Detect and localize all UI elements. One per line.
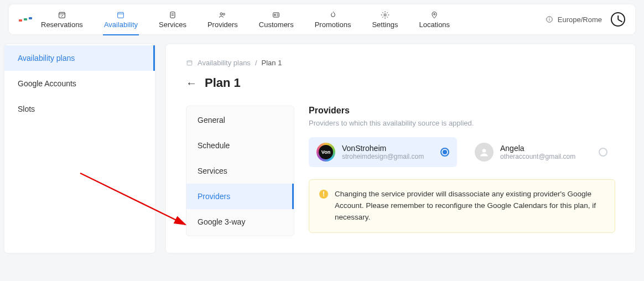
nav-providers[interactable]: Providers bbox=[206, 8, 239, 32]
back-button[interactable]: ← bbox=[186, 77, 197, 90]
providers-panel: Providers Providers to which this availa… bbox=[309, 106, 615, 236]
timezone-selector[interactable]: Europe/Rome bbox=[546, 12, 625, 27]
breadcrumb: Availability plans / Plan 1 bbox=[186, 59, 615, 67]
svg-point-20 bbox=[482, 149, 486, 153]
svg-rect-2 bbox=[118, 12, 124, 18]
provider-name: VonStroheim bbox=[342, 144, 434, 153]
svg-point-10 bbox=[274, 14, 276, 15]
nav-label: Providers bbox=[207, 20, 238, 29]
svg-point-7 bbox=[220, 13, 222, 15]
nav-label: Reservations bbox=[41, 20, 83, 29]
top-navbar: ReservationsAvailabilityServicesProvider… bbox=[9, 4, 635, 34]
logo bbox=[19, 18, 32, 20]
page-title: Plan 1 bbox=[205, 76, 241, 90]
nav-label: Settings bbox=[372, 20, 398, 29]
breadcrumb-current: Plan 1 bbox=[262, 59, 282, 67]
provider-option[interactable]: Angelaotheraccount@gmail.com bbox=[467, 137, 615, 167]
svg-point-13 bbox=[384, 14, 386, 16]
nav-locations[interactable]: Locations bbox=[418, 8, 451, 32]
nav-customers[interactable]: Customers bbox=[258, 8, 295, 32]
nav-settings[interactable]: Settings bbox=[371, 8, 399, 32]
svg-point-17 bbox=[549, 18, 549, 18]
svg-rect-0 bbox=[59, 12, 65, 18]
nav-label: Availability bbox=[104, 20, 138, 29]
nav-availability[interactable]: Availability bbox=[103, 8, 139, 32]
section-nav: GeneralScheduleServicesProvidersGoogle 3… bbox=[186, 106, 294, 236]
section-providers[interactable]: Providers bbox=[186, 184, 294, 209]
provider-email: stroheimdesign@gmail.com bbox=[342, 153, 434, 160]
flame-icon bbox=[329, 11, 337, 19]
panel-description: Providers to which this availability sou… bbox=[309, 119, 615, 127]
radio[interactable] bbox=[440, 148, 449, 157]
nav-label: Promotions bbox=[315, 20, 351, 29]
section-schedule[interactable]: Schedule bbox=[186, 133, 294, 158]
pin-icon bbox=[430, 11, 439, 19]
breadcrumb-root[interactable]: Availability plans bbox=[198, 59, 251, 67]
users-icon bbox=[218, 11, 227, 19]
id-icon bbox=[272, 11, 281, 19]
nav-label: Customers bbox=[259, 20, 294, 29]
nav-reservations[interactable]: Reservations bbox=[40, 8, 84, 32]
avatar bbox=[316, 143, 335, 162]
provider-email: otheraccount@gmail.com bbox=[500, 153, 592, 160]
sidebar-item-slots[interactable]: Slots bbox=[4, 96, 155, 122]
warning-text: Changing the service provider will disas… bbox=[335, 189, 605, 223]
nav-label: Locations bbox=[419, 20, 450, 29]
clock-icon bbox=[611, 12, 625, 27]
nav-label: Services bbox=[159, 20, 186, 29]
svg-point-8 bbox=[223, 13, 225, 15]
info-icon bbox=[546, 15, 553, 23]
provider-option[interactable]: VonStroheimstroheimdesign@gmail.com bbox=[309, 137, 457, 167]
sidebar-item-google-accounts[interactable]: Google Accounts bbox=[4, 71, 155, 96]
sidebar-item-availability-plans[interactable]: Availability plans bbox=[4, 45, 155, 71]
section-general[interactable]: General bbox=[186, 107, 294, 133]
warning-icon: ! bbox=[319, 190, 328, 199]
svg-rect-18 bbox=[187, 61, 192, 65]
calendar-icon bbox=[186, 59, 193, 66]
gear-icon bbox=[381, 11, 389, 19]
timezone-label: Europe/Rome bbox=[558, 15, 602, 24]
main-panel: Availability plans / Plan 1 ← Plan 1 Gen… bbox=[166, 44, 635, 253]
calendar-icon bbox=[116, 11, 125, 19]
radio[interactable] bbox=[599, 148, 607, 157]
svg-rect-4 bbox=[170, 12, 175, 18]
clipboard-icon bbox=[168, 11, 177, 19]
provider-name: Angela bbox=[500, 144, 592, 153]
calendar-check-icon bbox=[58, 11, 66, 19]
section-services[interactable]: Services bbox=[186, 158, 294, 184]
nav-promotions[interactable]: Promotions bbox=[314, 8, 352, 32]
sidebar: Availability plansGoogle AccountsSlots bbox=[4, 44, 155, 253]
nav-services[interactable]: Services bbox=[158, 8, 188, 32]
section-google-3-way[interactable]: Google 3-way bbox=[186, 209, 294, 235]
avatar bbox=[475, 143, 494, 162]
warning-banner: ! Changing the service provider will dis… bbox=[309, 179, 615, 233]
svg-point-14 bbox=[434, 13, 435, 15]
panel-heading: Providers bbox=[309, 106, 615, 116]
